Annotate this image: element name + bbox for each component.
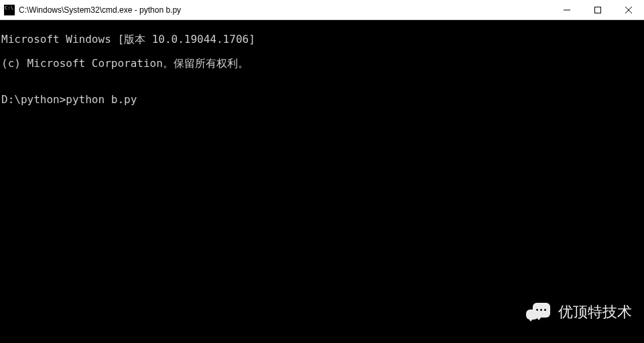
watermark: 优顶特技术 [525,301,632,323]
terminal-area[interactable]: Microsoft Windows [版本 10.0.19044.1706] (… [0,20,644,343]
terminal-prompt-line: D:\python>python b.py [1,94,643,106]
terminal-output-line: Microsoft Windows [版本 10.0.19044.1706] [1,33,643,46]
watermark-text: 优顶特技术 [558,302,632,322]
svg-rect-1 [595,7,601,13]
minimize-button[interactable] [552,0,582,20]
window-title: C:\Windows\System32\cmd.exe - python b.p… [19,5,552,15]
terminal-command: python b.py [66,93,137,106]
maximize-button[interactable] [582,0,613,20]
wechat-icon [525,301,552,323]
terminal-prompt: D:\python> [1,93,66,106]
close-button[interactable] [613,0,644,20]
window-controls [552,0,644,19]
terminal-output-line: (c) Microsoft Corporation。保留所有权利。 [1,58,643,70]
window-titlebar: C:\Windows\System32\cmd.exe - python b.p… [0,0,644,20]
cmd-icon [4,5,15,15]
